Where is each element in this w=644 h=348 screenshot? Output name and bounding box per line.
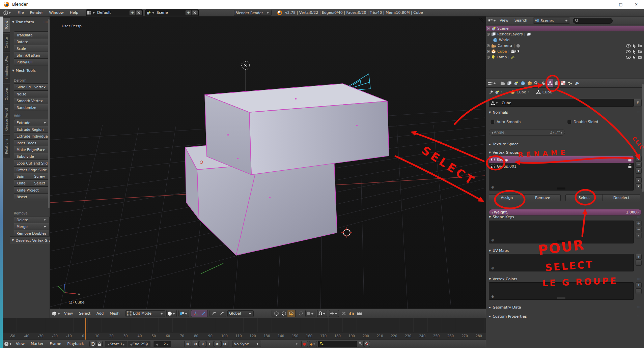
tool-shelf-scrollbar[interactable]	[48, 19, 50, 208]
angle-slider[interactable]: Angle: 27.7°	[489, 129, 565, 136]
drag-dots-icon[interactable]: ∷∷	[638, 278, 642, 281]
drag-dots-icon[interactable]: ∷∷	[44, 69, 48, 72]
list-add-icon[interactable]: ⊕	[491, 185, 494, 189]
tool-button[interactable]: Bisect	[14, 193, 50, 200]
edge-select-icon[interactable]	[280, 310, 287, 317]
delete-scene-button[interactable]	[192, 10, 198, 16]
auto-smooth-checkbox[interactable]: Auto Smooth	[490, 120, 521, 124]
tab-physics[interactable]	[573, 79, 580, 87]
outliner-item-label[interactable]: Lamp	[497, 55, 507, 59]
disclosure-icon[interactable]: +	[487, 44, 490, 47]
outliner-scope-dropdown[interactable]: All Scenes	[533, 18, 570, 24]
menu-item[interactable]: Window	[46, 9, 67, 17]
tab-create[interactable]: Create	[3, 34, 10, 52]
tool-button[interactable]: Make Edge/Face	[14, 146, 50, 153]
outliner-row-lamp[interactable]: + Lamp |	[486, 54, 644, 60]
render-animation-icon[interactable]	[356, 310, 363, 317]
tab-object-data[interactable]	[547, 79, 553, 87]
texture-space-panel-header[interactable]: ► Texture Space ∷∷	[489, 142, 642, 146]
limit-selection-icon[interactable]	[297, 310, 304, 317]
disclosure-icon[interactable]: −	[487, 27, 490, 30]
add-vertex-color-button[interactable]: +	[636, 282, 642, 288]
outliner-item-label[interactable]: World	[499, 38, 510, 42]
outliner-row-cube[interactable]: + Cube |	[486, 49, 644, 54]
insert-keyframe-button[interactable]	[358, 341, 364, 347]
render-restrict-icon[interactable]	[638, 50, 642, 53]
render-restrict-icon[interactable]	[638, 44, 642, 48]
mesh-tools-panel-header[interactable]: ▼ Mesh Tools ∷∷	[12, 68, 48, 73]
snap-target-dropdown[interactable]	[329, 310, 339, 317]
menu-item[interactable]: View	[61, 310, 76, 317]
editor-type-info[interactable]	[3, 10, 12, 15]
tab-object[interactable]	[526, 79, 533, 87]
shape-key-specials-button[interactable]: ▼	[636, 233, 642, 238]
tab-relations[interactable]: Relations	[3, 135, 10, 157]
tab-modifiers[interactable]	[540, 79, 547, 87]
transport-button[interactable]: ▶▮	[221, 341, 228, 347]
editor-type-timeline[interactable]	[4, 342, 12, 346]
tool-button[interactable]: Vertex	[32, 83, 50, 90]
autokey-button[interactable]	[89, 341, 96, 347]
transport-button[interactable]: ▮◀	[184, 341, 191, 347]
scale-manipulator-icon[interactable]	[218, 310, 225, 317]
deselect-button[interactable]: Deselect	[603, 194, 640, 201]
menu-item[interactable]: Render	[27, 9, 46, 17]
screen-layout-value[interactable]: Default	[97, 10, 111, 15]
mode-dropdown[interactable]: Edit Mode	[125, 310, 165, 317]
maximize-button[interactable]: □	[613, 0, 628, 9]
extra-stepper[interactable]	[295, 342, 299, 346]
tab-scene[interactable]	[513, 79, 520, 87]
vertex-group-specials-button[interactable]: ▼	[636, 168, 642, 174]
redo-panel-header[interactable]: ▼ Deselect Vertex Group	[10, 236, 50, 244]
remove-button[interactable]: Remove	[525, 194, 561, 201]
tab-material[interactable]	[553, 79, 560, 87]
fake-user-button[interactable]: F	[634, 99, 642, 107]
menu-item[interactable]: Help	[67, 9, 81, 17]
geometry-data-panel-header[interactable]: ► Geometry Data ∷∷	[489, 305, 642, 310]
uv-maps-panel-header[interactable]: ▼ UV Maps ∷∷	[489, 249, 642, 253]
add-layout-button[interactable]: +	[129, 10, 136, 16]
list-resize-grip[interactable]	[557, 188, 565, 189]
transform-snap-icon[interactable]	[340, 310, 347, 317]
shape-keys-list[interactable]: ⊕	[489, 221, 634, 243]
list-resize-grip[interactable]	[557, 241, 565, 242]
double-sided-checkbox[interactable]: Double Sided	[567, 120, 598, 124]
proportional-edit-dropdown[interactable]	[305, 310, 315, 317]
outliner-item-label[interactable]: RenderLayers	[497, 32, 523, 36]
datablock-stepper[interactable]	[495, 100, 499, 105]
outliner-row-scene[interactable]: − Scene	[486, 26, 644, 31]
lock-icon[interactable]	[96, 341, 103, 347]
outliner-item-label[interactable]: Cube	[497, 49, 507, 54]
transform-panel-header[interactable]: ▼ Transform ∷∷	[12, 20, 48, 24]
outliner-search-input[interactable]	[573, 18, 613, 24]
menu-item[interactable]: Select	[76, 310, 93, 317]
tool-button[interactable]: Extrude Region	[14, 126, 50, 133]
tool-button[interactable]: Scale	[14, 45, 50, 52]
eye-icon[interactable]	[626, 44, 631, 48]
select-button[interactable]: Select	[565, 194, 603, 201]
tab-world[interactable]	[520, 79, 526, 87]
tool-button[interactable]: Extrude Individual	[14, 133, 50, 140]
tool-button[interactable]: Loop Cut and Slide	[14, 160, 50, 167]
menu-item[interactable]: Marker	[28, 340, 47, 348]
keying-set-dropdown[interactable]: ◆	[309, 341, 317, 347]
editor-type-outliner[interactable]	[488, 18, 497, 23]
breadcrumb-data[interactable]: Cube	[542, 90, 552, 94]
vertex-colors-panel-header[interactable]: ▼ Vertex Colors ∷∷	[489, 277, 642, 281]
outliner-item-label[interactable]: Scene	[497, 26, 509, 31]
merge-dropdown[interactable]: Merge	[14, 223, 50, 230]
timeline-track[interactable]	[3, 318, 486, 332]
vertex-group-name[interactable]: Group.001	[497, 164, 516, 169]
tool-button[interactable]: Knife Project	[14, 186, 50, 194]
menu-item[interactable]: File	[15, 9, 27, 17]
vertex-group-row-active[interactable]: Group	[489, 156, 634, 163]
uv-maps-list[interactable]: ⊕	[489, 254, 634, 271]
screen-layout-stepper[interactable]	[92, 10, 96, 15]
extrude-dropdown[interactable]: Extrude	[14, 119, 50, 126]
breadcrumb-object[interactable]: Cube	[516, 90, 526, 94]
current-frame-field[interactable]: 2	[153, 341, 171, 347]
editor-selector-stepper[interactable]	[9, 342, 12, 346]
tool-button[interactable]: Push/Pull	[14, 58, 50, 65]
drag-dots-icon[interactable]: ∷∷	[44, 21, 48, 24]
move-up-button[interactable]: ▲	[636, 177, 642, 183]
